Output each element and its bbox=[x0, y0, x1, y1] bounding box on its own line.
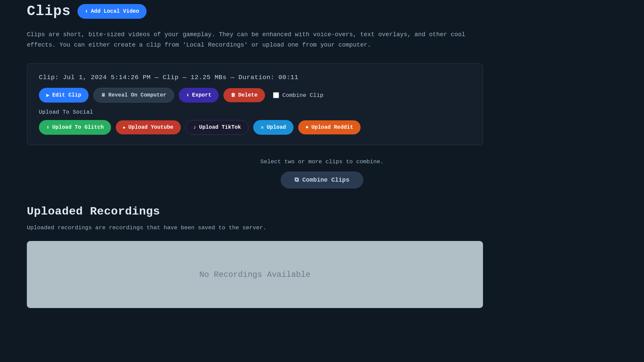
combine-clips-button[interactable]: Combine Clips bbox=[281, 172, 363, 188]
x-icon bbox=[261, 124, 264, 131]
computer-icon bbox=[101, 92, 106, 98]
uploaded-recordings-box: No Recordings Available bbox=[27, 241, 483, 308]
upload-social-row: Upload To Glitch Upload Youtube Upload T… bbox=[39, 120, 471, 135]
reveal-on-computer-button[interactable]: Reveal On Computer bbox=[93, 88, 174, 103]
clip-card: Clip: Jul 1, 2024 5:14:26 PM — Clip — 12… bbox=[27, 63, 483, 145]
combine-clips-label: Combine Clips bbox=[302, 177, 349, 183]
reveal-on-computer-label: Reveal On Computer bbox=[108, 92, 166, 98]
delete-button[interactable]: Delete bbox=[223, 88, 265, 102]
add-local-video-label: Add Local Video bbox=[91, 8, 139, 14]
upload-x-label: Upload bbox=[267, 124, 286, 130]
upload-tiktok-label: Upload TikTok bbox=[199, 124, 241, 130]
combine-clip-area: Combine Clip bbox=[273, 92, 323, 99]
upload-youtube-label: Upload Youtube bbox=[128, 124, 173, 130]
glitch-upload-icon bbox=[46, 124, 50, 131]
clip-info: Clip: Jul 1, 2024 5:14:26 PM — Clip — 12… bbox=[39, 74, 471, 81]
upload-youtube-button[interactable]: Upload Youtube bbox=[116, 120, 181, 134]
upload-icon bbox=[85, 8, 88, 15]
upload-glitch-label: Upload To Glitch bbox=[52, 124, 104, 130]
add-local-video-button[interactable]: Add Local Video bbox=[77, 4, 147, 19]
combine-icon bbox=[294, 177, 299, 183]
reddit-icon bbox=[306, 124, 309, 130]
combine-hint: Select two or more clips to combine. bbox=[27, 159, 617, 165]
edit-clip-button[interactable]: Edit Clip bbox=[39, 88, 89, 103]
tiktok-icon bbox=[193, 124, 197, 130]
upload-tiktok-button[interactable]: Upload TikTok bbox=[185, 120, 249, 135]
clip-details: Jul 1, 2024 5:14:26 PM — Clip — 12.25 MB… bbox=[63, 74, 298, 81]
combine-clips-section: Select two or more clips to combine. Com… bbox=[27, 159, 617, 188]
combine-clip-checkbox[interactable] bbox=[273, 92, 279, 98]
no-recordings-text: No Recordings Available bbox=[199, 270, 310, 279]
export-button[interactable]: Export bbox=[179, 88, 219, 103]
upload-x-button[interactable]: Upload bbox=[253, 120, 293, 135]
upload-reddit-button[interactable]: Upload Reddit bbox=[298, 120, 361, 134]
export-icon bbox=[186, 92, 190, 99]
trash-icon bbox=[231, 92, 235, 98]
uploaded-recordings-description: Uploaded recordings are recordings that … bbox=[27, 225, 617, 231]
upload-reddit-label: Upload Reddit bbox=[311, 124, 353, 130]
uploaded-recordings-title: Uploaded Recordings bbox=[27, 205, 617, 218]
combine-clip-label: Combine Clip bbox=[282, 92, 323, 99]
play-icon bbox=[46, 92, 50, 99]
edit-clip-label: Edit Clip bbox=[52, 92, 81, 98]
delete-label: Delete bbox=[238, 92, 258, 98]
page-title: Clips bbox=[27, 3, 71, 19]
clip-actions-row: Edit Clip Reveal On Computer Export Dele… bbox=[39, 88, 471, 103]
export-label: Export bbox=[192, 92, 212, 98]
clips-description: Clips are short, bite-sized videos of yo… bbox=[27, 29, 496, 50]
clip-label: Clip: bbox=[39, 74, 59, 81]
upload-to-glitch-button[interactable]: Upload To Glitch bbox=[39, 120, 111, 135]
youtube-icon bbox=[123, 124, 125, 130]
upload-social-label: Upload To Social bbox=[39, 109, 471, 115]
